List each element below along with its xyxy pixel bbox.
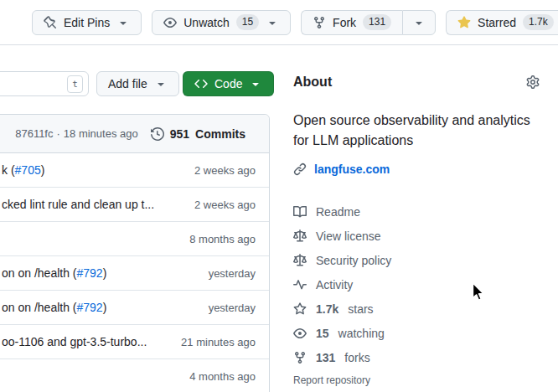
commit-time: 18 minutes ago bbox=[64, 127, 138, 140]
law-icon bbox=[293, 230, 307, 243]
repo-forked-icon bbox=[293, 351, 307, 364]
chevron-down-icon bbox=[154, 77, 168, 90]
commit-count: 951 bbox=[170, 127, 189, 141]
code-icon bbox=[194, 77, 208, 90]
readme-link[interactable]: Readme bbox=[293, 199, 545, 224]
table-row: on on /health (#792) yesterday bbox=[0, 291, 269, 325]
about-title: About bbox=[293, 74, 545, 90]
activity-label: Activity bbox=[316, 278, 353, 291]
commit-message[interactable]: on on /health (#792) bbox=[2, 301, 106, 314]
website-link[interactable]: langfuse.com bbox=[314, 162, 390, 176]
repo-forked-icon bbox=[313, 16, 326, 29]
link-icon bbox=[293, 162, 307, 176]
book-icon bbox=[293, 205, 307, 219]
readme-label: Readme bbox=[316, 205, 360, 219]
commit-sha[interactable]: 87611fc bbox=[15, 127, 53, 140]
file-browser-panel: 87611fc · 18 minutes ago 951 Commits k (… bbox=[0, 114, 270, 392]
watching-link[interactable]: 15 watching bbox=[293, 321, 545, 345]
issue-link[interactable]: #792 bbox=[77, 301, 103, 314]
commits-history-link[interactable]: 951 Commits bbox=[151, 127, 245, 141]
repo-description: Open source observability and analytics … bbox=[293, 111, 545, 151]
star-count-badge: 1.7k bbox=[523, 14, 554, 30]
latest-commit-info[interactable]: 87611fc · 18 minutes ago bbox=[15, 127, 138, 140]
unwatch-button[interactable]: Unwatch 15 bbox=[152, 10, 291, 35]
fork-count-badge: 131 bbox=[363, 14, 391, 30]
goto-file-input[interactable]: t bbox=[0, 71, 89, 96]
commit-date: 2 weeks ago bbox=[194, 164, 256, 177]
watching-count: 15 bbox=[316, 327, 329, 340]
forks-link[interactable]: 131 forks bbox=[293, 345, 545, 369]
pulse-icon bbox=[293, 278, 307, 291]
unwatch-label: Unwatch bbox=[183, 16, 229, 29]
star-icon bbox=[293, 302, 307, 316]
about-links-list: Readme View license Security policy Acti… bbox=[293, 199, 545, 369]
pin-icon bbox=[44, 16, 57, 29]
starred-button[interactable]: Starred 1.7k bbox=[446, 10, 558, 35]
commit-message-text: on on /health ( bbox=[2, 301, 77, 314]
activity-link[interactable]: Activity bbox=[293, 272, 545, 297]
commit-message[interactable]: cked lint rule and clean up t... bbox=[2, 198, 154, 211]
commit-date: yesterday bbox=[209, 267, 256, 280]
dot-separator: · bbox=[56, 127, 59, 140]
chevron-down-icon bbox=[116, 16, 130, 29]
forks-label: forks bbox=[344, 351, 369, 364]
eye-icon bbox=[163, 16, 177, 29]
table-row: 8 months ago bbox=[0, 222, 269, 256]
commit-date: 4 months ago bbox=[189, 370, 256, 383]
gear-icon[interactable] bbox=[526, 75, 540, 89]
commit-message-text: ) bbox=[41, 163, 45, 177]
chevron-down-icon bbox=[266, 16, 279, 29]
commit-message-text: oo-1106 and gpt-3.5-turbo... bbox=[2, 335, 147, 348]
add-file-button[interactable]: Add file bbox=[96, 71, 179, 96]
shortcut-key-hint: t bbox=[67, 75, 83, 93]
watch-count-badge: 15 bbox=[236, 14, 259, 30]
eye-icon bbox=[293, 327, 307, 340]
table-row: on on /health (#792) yesterday bbox=[0, 256, 269, 291]
stars-count: 1.7k bbox=[316, 302, 338, 316]
history-icon bbox=[151, 127, 164, 141]
table-row: k (#705) 2 weeks ago bbox=[0, 153, 269, 188]
report-repository-link[interactable]: Report repository bbox=[293, 374, 545, 386]
repo-action-bar: Edit Pins Unwatch 15 Fork 131 bbox=[0, 0, 558, 45]
commit-message-text: on on /health ( bbox=[2, 266, 77, 280]
forks-count: 131 bbox=[316, 351, 335, 364]
fork-dropdown-button[interactable] bbox=[402, 10, 436, 35]
code-label: Code bbox=[214, 77, 242, 90]
law-icon bbox=[293, 254, 307, 267]
issue-link[interactable]: #705 bbox=[15, 163, 41, 177]
stars-label: stars bbox=[348, 302, 373, 316]
commit-message-text: k ( bbox=[2, 163, 15, 177]
commit-date: 2 weeks ago bbox=[194, 199, 256, 211]
github-repo-page: Edit Pins Unwatch 15 Fork 131 bbox=[0, 0, 558, 392]
edit-pins-label: Edit Pins bbox=[64, 16, 110, 29]
commits-label: Commits bbox=[195, 127, 245, 141]
fork-button[interactable]: Fork 131 bbox=[301, 10, 402, 35]
security-policy-label: Security policy bbox=[316, 254, 391, 267]
issue-link[interactable]: #792 bbox=[77, 266, 103, 280]
fork-label: Fork bbox=[333, 16, 356, 29]
commit-message-text: cked lint rule and clean up t... bbox=[2, 198, 154, 211]
table-row: oo-1106 and gpt-3.5-turbo... 21 minutes … bbox=[0, 325, 269, 359]
chevron-down-icon bbox=[249, 77, 262, 90]
starred-label: Starred bbox=[478, 16, 516, 29]
edit-pins-button[interactable]: Edit Pins bbox=[32, 10, 142, 35]
commit-message[interactable]: on on /health (#792) bbox=[2, 266, 106, 280]
latest-commit-bar: 87611fc · 18 minutes ago 951 Commits bbox=[0, 115, 269, 153]
about-sidebar: About Open source observability and anal… bbox=[293, 74, 545, 386]
watching-label: watching bbox=[338, 327, 385, 340]
star-filled-icon bbox=[457, 16, 471, 29]
view-license-label: View license bbox=[316, 230, 381, 243]
security-policy-link[interactable]: Security policy bbox=[293, 248, 545, 272]
commit-message[interactable]: oo-1106 and gpt-3.5-turbo... bbox=[2, 335, 147, 348]
website-row: langfuse.com bbox=[293, 161, 545, 178]
commit-message-text: ) bbox=[103, 301, 107, 314]
view-license-link[interactable]: View license bbox=[293, 224, 545, 248]
add-file-label: Add file bbox=[108, 77, 147, 90]
commit-date: 21 minutes ago bbox=[181, 336, 256, 348]
stars-link[interactable]: 1.7k stars bbox=[293, 297, 545, 321]
chevron-down-icon bbox=[412, 16, 426, 29]
code-button[interactable]: Code bbox=[183, 71, 274, 96]
table-row: cked lint rule and clean up t... 2 weeks… bbox=[0, 188, 269, 222]
commit-message[interactable]: k (#705) bbox=[2, 163, 44, 177]
commit-message-text: ) bbox=[103, 266, 107, 280]
